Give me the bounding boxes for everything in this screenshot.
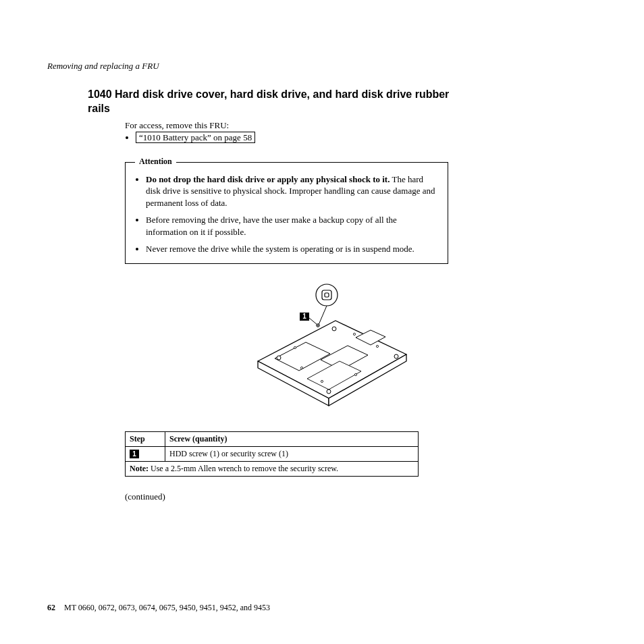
svg-point-14 [353, 333, 355, 335]
footer-text: MT 0660, 0672, 0673, 0674, 0675, 9450, 9… [64, 603, 270, 612]
col-screw-header: Screw (quantity) [165, 431, 419, 446]
callout-label: 1 [302, 313, 306, 320]
svg-rect-2 [325, 293, 329, 297]
screw-cell: HDD screw (1) or security screw (1) [165, 446, 419, 461]
svg-line-5 [309, 318, 317, 325]
attention-legend: Attention [135, 157, 176, 167]
attention-item: Before removing the drive, have the user… [146, 214, 439, 238]
intro-block: For access, remove this FRU: “1010 Batte… [125, 120, 597, 143]
figure-laptop-bottom: 1 [47, 280, 597, 418]
page-number: 62 [47, 603, 55, 612]
table-row: 1 HDD screw (1) or security screw (1) [126, 446, 419, 461]
section-title: 1040 Hard disk drive cover, hard disk dr… [88, 88, 459, 116]
svg-point-16 [321, 380, 323, 382]
attention-box: Attention Do not drop the hard disk driv… [125, 162, 448, 264]
laptop-base-icon [258, 321, 406, 406]
svg-point-12 [327, 390, 331, 394]
access-list-item: “1010 Battery pack” on page 58 [136, 132, 597, 143]
attention-item: Never remove the drive while the system … [146, 243, 439, 255]
page-footer: 62 MT 0660, 0672, 0673, 0674, 0675, 9450… [47, 603, 270, 613]
intro-lead: For access, remove this FRU: [125, 120, 597, 131]
cross-ref-link[interactable]: “1010 Battery pack” on page 58 [136, 132, 255, 143]
attention-item: Do not drop the hard disk drive or apply… [146, 173, 439, 209]
svg-point-18 [300, 367, 302, 369]
svg-point-17 [354, 373, 356, 375]
svg-point-11 [394, 354, 398, 358]
col-step-header: Step [126, 431, 165, 446]
running-head: Removing and replacing a FRU [47, 61, 597, 72]
svg-point-13 [294, 346, 296, 348]
svg-line-3 [319, 306, 327, 325]
laptop-diagram: 1 [221, 280, 423, 415]
svg-point-10 [332, 327, 336, 331]
svg-point-15 [376, 345, 378, 347]
step-chip: 1 [130, 450, 139, 458]
note-text: Use a 2.5-mm Allen wrench to remove the … [149, 464, 338, 473]
attention-bold: Do not drop the hard disk drive or apply… [146, 174, 390, 184]
screw-detail-icon [316, 284, 338, 306]
note-label: Note: [130, 464, 149, 473]
screw-table: Step Screw (quantity) 1 HDD screw (1) or… [125, 431, 419, 477]
continued-label: (continued) [125, 491, 597, 502]
table-note-row: Note: Use a 2.5-mm Allen wrench to remov… [126, 461, 419, 476]
svg-point-9 [277, 356, 281, 360]
page: Removing and replacing a FRU 1040 Hard d… [0, 0, 644, 502]
